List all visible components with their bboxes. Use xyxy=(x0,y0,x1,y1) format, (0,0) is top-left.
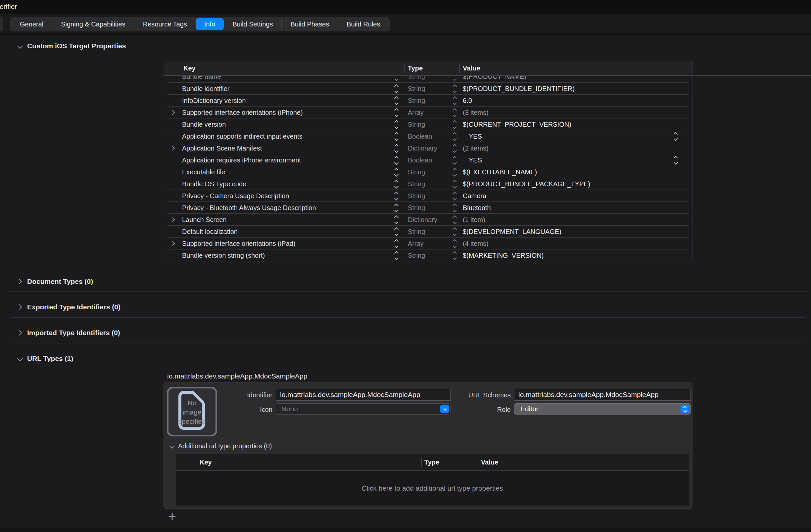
disclosure-chevron-icon[interactable] xyxy=(170,110,175,115)
popup-chevron-button[interactable] xyxy=(440,405,449,413)
section-imported-type-identifiers[interactable]: Imported Type Identifiers (0) xyxy=(17,328,120,338)
role-popup[interactable]: Editor xyxy=(514,403,691,414)
chevron-down-icon[interactable] xyxy=(17,356,23,362)
properties-table: Key Type Value Bundle nameString$(PRODUC… xyxy=(164,61,692,261)
table-row[interactable]: Bundle nameString$(PRODUCT_NAME) xyxy=(164,75,692,83)
popup-stepper-button[interactable] xyxy=(680,405,689,413)
url-schemes-label: URL Schemes xyxy=(464,391,511,399)
additional-table-empty-area[interactable]: Click here to add additional url type pr… xyxy=(176,471,689,505)
url-type-image-well[interactable]: No image specified xyxy=(167,387,217,436)
chevron-down-icon[interactable] xyxy=(169,444,175,449)
table-row[interactable]: Executable fileString$(EXECUTABLE_NAME) xyxy=(164,166,692,178)
type-stepper-icon[interactable] xyxy=(453,180,456,188)
row-key: Application requires iPhone environment xyxy=(182,156,301,164)
type-stepper-icon[interactable] xyxy=(453,228,456,236)
tab-build-settings[interactable]: Build Settings xyxy=(224,18,281,30)
type-stepper-icon[interactable] xyxy=(453,75,456,80)
key-stepper-icon[interactable] xyxy=(395,133,398,140)
target-tabs-segmented-control: GeneralSigning & CapabilitiesResource Ta… xyxy=(10,17,390,31)
chevron-right-icon[interactable] xyxy=(17,330,22,336)
type-stepper-icon[interactable] xyxy=(453,168,456,176)
chevron-right-icon[interactable] xyxy=(17,279,22,284)
type-stepper-icon[interactable] xyxy=(453,240,456,248)
type-stepper-icon[interactable] xyxy=(453,192,456,200)
disclosure-chevron-icon[interactable] xyxy=(170,217,175,222)
row-value: Camera xyxy=(463,192,486,200)
type-stepper-icon[interactable] xyxy=(453,252,456,260)
column-header-type: Type xyxy=(408,64,423,72)
key-stepper-icon[interactable] xyxy=(395,144,398,152)
table-row[interactable]: Bundle versionString$(CURRENT_PROJECT_VE… xyxy=(164,119,692,130)
icon-popup[interactable]: None xyxy=(276,403,450,414)
additional-url-type-properties-header[interactable]: Additional url type properties (0) xyxy=(169,442,272,450)
value-stepper-icon[interactable] xyxy=(674,133,677,140)
key-stepper-icon[interactable] xyxy=(395,97,398,105)
column-divider[interactable] xyxy=(422,457,422,468)
key-stepper-icon[interactable] xyxy=(395,192,398,200)
identifier-field[interactable]: io.mattrlabs.dev.sampleApp.MdocSampleApp xyxy=(276,389,450,401)
type-stepper-icon[interactable] xyxy=(453,109,456,116)
row-key: InfoDictionary version xyxy=(182,97,246,105)
section-exported-type-identifiers[interactable]: Exported Type Identifiers (0) xyxy=(17,302,121,312)
no-image-specified-label: No image specified xyxy=(167,398,217,426)
chevron-down-icon[interactable] xyxy=(17,43,23,49)
type-stepper-icon[interactable] xyxy=(453,133,456,140)
type-stepper-icon[interactable] xyxy=(453,97,456,105)
section-title: Exported Type Identifiers (0) xyxy=(27,303,121,311)
table-row[interactable]: Supported interface orientations (iPhone… xyxy=(164,107,692,119)
tab-build-rules[interactable]: Build Rules xyxy=(338,18,388,30)
type-stepper-icon[interactable] xyxy=(453,121,456,128)
key-stepper-icon[interactable] xyxy=(395,85,398,93)
section-url-types[interactable]: URL Types (1) xyxy=(17,354,73,364)
tab-build-phases[interactable]: Build Phases xyxy=(282,18,338,30)
key-stepper-icon[interactable] xyxy=(395,156,398,164)
table-row[interactable]: Application Scene ManifestDictionary(2 i… xyxy=(164,142,692,154)
column-divider[interactable] xyxy=(478,457,478,468)
table-row[interactable]: Bundle OS Type codeString$(PRODUCT_BUNDL… xyxy=(164,178,692,190)
add-url-type-button[interactable]: + xyxy=(166,510,179,523)
disclosure-chevron-icon[interactable] xyxy=(170,146,175,151)
column-divider[interactable] xyxy=(404,64,405,73)
table-row[interactable]: Bundle version string (short)String$(MAR… xyxy=(164,249,692,261)
section-custom-ios-target-properties[interactable]: Custom iOS Target Properties xyxy=(17,41,126,51)
tab-general[interactable]: General xyxy=(11,18,52,30)
table-row[interactable]: InfoDictionary versionString6.0 xyxy=(164,95,692,107)
key-stepper-icon[interactable] xyxy=(395,180,398,188)
row-value: (1 item) xyxy=(463,216,485,224)
properties-rows: Bundle nameString$(PRODUCT_NAME)Bundle i… xyxy=(164,75,692,261)
chevron-right-icon[interactable] xyxy=(17,304,22,310)
table-row[interactable]: Bundle identifierString$(PRODUCT_BUNDLE_… xyxy=(164,83,692,95)
tab-signing-capabilities[interactable]: Signing & Capabilities xyxy=(52,18,134,30)
key-stepper-icon[interactable] xyxy=(395,121,398,128)
key-stepper-icon[interactable] xyxy=(395,228,398,236)
type-stepper-icon[interactable] xyxy=(453,144,456,152)
type-stepper-icon[interactable] xyxy=(453,156,456,164)
key-stepper-icon[interactable] xyxy=(395,216,398,224)
key-stepper-icon[interactable] xyxy=(395,252,398,260)
url-schemes-field[interactable]: io.mattrlabs.dev.sampleApp.MdocSampleApp xyxy=(514,389,691,401)
table-row[interactable]: Application requires iPhone environmentB… xyxy=(164,154,692,166)
table-row[interactable]: Application supports indirect input even… xyxy=(164,130,692,142)
key-stepper-icon[interactable] xyxy=(395,109,398,116)
type-stepper-icon[interactable] xyxy=(453,216,456,224)
section-document-types[interactable]: Document Types (0) xyxy=(17,277,93,286)
value-stepper-icon[interactable] xyxy=(674,156,677,164)
key-stepper-icon[interactable] xyxy=(395,240,398,248)
key-stepper-icon[interactable] xyxy=(395,168,398,176)
key-stepper-icon[interactable] xyxy=(395,75,398,80)
column-divider[interactable] xyxy=(459,64,460,73)
type-stepper-icon[interactable] xyxy=(453,204,456,212)
tab-resource-tags[interactable]: Resource Tags xyxy=(134,18,196,30)
table-row[interactable]: Default localizationString$(DEVELOPMENT_… xyxy=(164,225,692,237)
key-stepper-icon[interactable] xyxy=(395,204,398,212)
disclosure-chevron-icon[interactable] xyxy=(170,241,175,246)
type-stepper-icon[interactable] xyxy=(453,85,456,93)
table-row[interactable]: Privacy - Camera Usage DescriptionString… xyxy=(164,190,692,202)
table-row[interactable]: Supported interface orientations (iPad)A… xyxy=(164,237,692,249)
table-row[interactable]: Launch ScreenDictionary(1 item) xyxy=(164,214,692,225)
table-row[interactable]: Privacy - Bluetooth Always Usage Descrip… xyxy=(164,202,692,214)
properties-table-header: Key Type Value xyxy=(164,61,692,75)
tab-info[interactable]: Info xyxy=(196,18,224,30)
row-type: String xyxy=(408,85,425,93)
column-header-key: Key xyxy=(183,64,196,72)
